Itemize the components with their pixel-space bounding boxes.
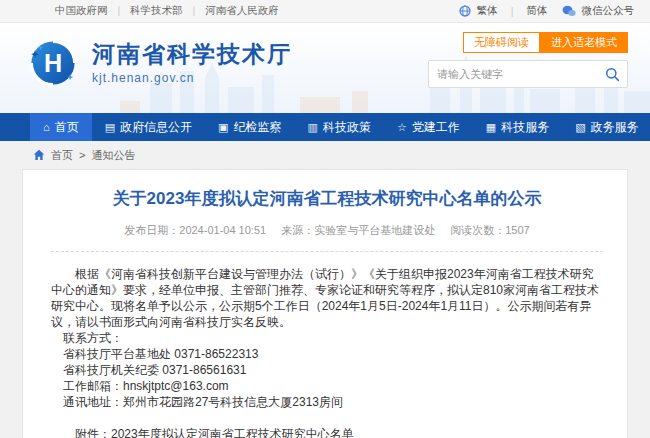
- nav-item-home[interactable]: 首页: [30, 113, 92, 141]
- breadcrumb-home-icon: [33, 149, 45, 161]
- accessibility-reading-button[interactable]: 无障碍阅读: [463, 32, 540, 53]
- nav-item-label: 党建工作: [412, 119, 460, 136]
- topbar-link-henan-gov[interactable]: 河南省人民政府: [205, 4, 279, 16]
- wechat-official-account-link[interactable]: 微信公众号: [582, 4, 635, 18]
- star-icon: [397, 122, 407, 133]
- svg-text:H: H: [44, 49, 62, 77]
- article-meta: 发布日期：2024-01-04 10:51 来源：实验室与平台基地建设处 阅读次…: [51, 223, 603, 252]
- search-icon: [605, 67, 620, 82]
- topbar: 中国政府网 科学技术部 河南省人民政府 繁体 简体 微信公众号: [0, 0, 650, 23]
- view-count: 阅读次数：1507: [450, 224, 529, 236]
- site-header: H 河南省科学技术厅 kjt.henan.gov.cn 无障碍阅读 进入适老模式: [0, 23, 650, 113]
- publish-date: 发布日期：2024-01-04 10:51: [124, 224, 266, 236]
- globe-icon: [459, 5, 471, 17]
- nav-item-gov-services[interactable]: 政务服务: [562, 113, 650, 141]
- search-input[interactable]: [429, 68, 597, 80]
- breadcrumb: 首页 > 通知公告: [0, 141, 650, 169]
- brand[interactable]: H 河南省科学技术厅 kjt.henan.gov.cn: [26, 36, 292, 90]
- site-url: kjt.henan.gov.cn: [92, 71, 292, 85]
- topbar-link-most[interactable]: 科学技术部: [130, 4, 183, 16]
- attachment-link[interactable]: 2023年度拟认定河南省工程技术研究中心名单: [111, 427, 354, 438]
- elder-mode-button[interactable]: 进入适老模式: [540, 32, 628, 53]
- nav-item-tech-policy[interactable]: 科技政策: [294, 113, 383, 141]
- contact-line: 通讯地址：郑州市花园路27号科技信息大厦2313房间: [51, 394, 603, 410]
- divider: [511, 5, 514, 17]
- breadcrumb-current[interactable]: 通知公告: [91, 148, 135, 163]
- nav-item-tech-services[interactable]: 科技服务: [473, 113, 562, 141]
- nav-item-label: 政务服务: [591, 119, 639, 136]
- site-logo-icon: H: [26, 36, 80, 90]
- doc-open-icon: [105, 122, 115, 133]
- attachment-line: 附件：2023年度拟认定河南省工程技术研究中心名单: [51, 426, 603, 438]
- divider: [117, 4, 120, 16]
- breadcrumb-separator: >: [79, 149, 85, 161]
- nav-item-party-building[interactable]: 党建工作: [384, 113, 473, 141]
- contact-line: 省科技厅平台基地处 0371-86522313: [51, 346, 603, 362]
- nav-item-label: 首页: [55, 119, 79, 136]
- nav-item-label: 科技政策: [323, 119, 371, 136]
- nav-item-label: 政府信息公开: [120, 119, 192, 136]
- lang-traditional-toggle[interactable]: 繁体: [477, 4, 498, 18]
- search-box: [428, 60, 628, 88]
- search-button[interactable]: [597, 61, 627, 87]
- nav-item-label: 纪检监察: [233, 119, 281, 136]
- home-icon: [43, 122, 50, 133]
- article-title: 关于2023年度拟认定河南省工程技术研究中心名单的公示: [51, 188, 603, 210]
- breadcrumb-home[interactable]: 首页: [51, 148, 73, 163]
- policy-doc-icon: [307, 122, 317, 133]
- site-name: 河南省科学技术厅: [92, 41, 292, 69]
- lang-simplified-toggle[interactable]: 简体: [527, 4, 548, 18]
- nav-item-discipline-inspection[interactable]: 纪检监察: [205, 113, 294, 141]
- article-paragraph: 根据《河南省科技创新平台建设与管理办法（试行）》《关于组织申报2023年河南省工…: [51, 266, 603, 330]
- header-tools: 无障碍阅读 进入适老模式: [428, 32, 628, 88]
- article-source: 来源：实验室与平台基地建设处: [281, 224, 435, 236]
- attachment-label: 附件：: [75, 427, 111, 438]
- inspection-icon: [218, 122, 228, 133]
- article-card: 关于2023年度拟认定河南省工程技术研究中心名单的公示 发布日期：2024-01…: [22, 169, 628, 438]
- contact-line: 省科技厅机关纪委 0371-86561631: [51, 362, 603, 378]
- contact-line: 工作邮箱：hnskjtptc@163.com: [51, 378, 603, 394]
- main-nav: 首页 政府信息公开 纪检监察 科技政策 党建工作 科技服务 政务服务 科技专题: [0, 113, 650, 141]
- briefcase-icon: [575, 122, 585, 133]
- nav-item-gov-info-disclosure[interactable]: 政府信息公开: [92, 113, 205, 141]
- contact-heading: 联系方式：: [51, 330, 603, 346]
- article-body: 根据《河南省科技创新平台建设与管理办法（试行）》《关于组织申报2023年河南省工…: [51, 266, 603, 438]
- wechat-icon: [562, 5, 576, 17]
- divider: [193, 4, 196, 16]
- topbar-utilities: 繁体 简体 微信公众号: [459, 4, 634, 18]
- topbar-links: 中国政府网 科学技术部 河南省人民政府: [55, 4, 279, 18]
- mode-buttons: 无障碍阅读 进入适老模式: [428, 32, 628, 53]
- nav-item-label: 科技服务: [501, 119, 549, 136]
- brand-text: 河南省科学技术厅 kjt.henan.gov.cn: [92, 41, 292, 86]
- service-doc-icon: [486, 122, 496, 133]
- topbar-link-china-gov[interactable]: 中国政府网: [55, 4, 108, 16]
